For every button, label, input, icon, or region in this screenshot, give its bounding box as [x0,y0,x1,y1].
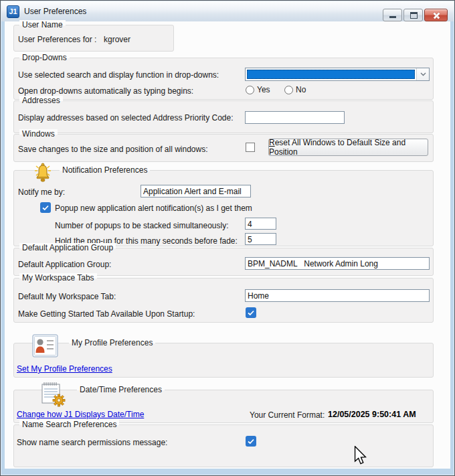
reset-windows-button[interactable]: Reset All Windows to Default Size and Po… [268,139,428,156]
save-window-positions-checkbox[interactable] [246,143,255,152]
search-function-dropdown[interactable] [245,68,430,81]
profile-card-icon [32,334,59,358]
address-priority-input[interactable] [245,111,345,124]
radio-yes[interactable]: Yes [246,85,270,94]
j1-app-icon: J1 [7,5,19,18]
close-button[interactable] [424,9,448,21]
maximize-icon [410,12,418,19]
mouse-cursor [354,446,367,465]
getting-started-checkbox[interactable] [246,307,256,318]
caption-buttons [383,9,448,21]
group-my-workspace-tabs: My Workspace Tabs Default My Workspace T… [13,278,434,323]
getting-started-label: Make Getting Started Tab Available Upon … [18,309,195,319]
reset-windows-button-label: Reset All Windows to Default Size and Po… [269,138,428,157]
auto-open-label: Open drop-downs automatically as typing … [18,86,193,96]
minimize-icon [389,16,396,18]
set-profile-preferences-link[interactable]: Set My Profile Preferences [17,364,112,374]
group-default-application-group: Default Application Group Default Applic… [13,248,434,276]
group-legend-my-profile-preferences: My Profile Preferences [69,338,155,347]
popup-notifications-checkbox[interactable] [40,202,51,213]
popup-hold-input[interactable]: 5 [245,233,276,245]
window-title: User Preferences [24,7,86,16]
radio-no-circle [284,86,293,94]
group-legend-my-workspace-tabs: My Workspace Tabs [19,273,97,283]
save-window-positions-label: Save changes to the size and position of… [18,145,208,154]
group-drop-downs: Drop-Downs Use selected search and displ… [13,58,434,100]
default-application-group-label: Default Application Group: [18,260,111,269]
group-notification-preferences: Notification Preferences Notify me by: A… [13,170,434,246]
group-legend-addresses: Addresses [19,96,63,105]
chevron-down-icon[interactable] [416,68,429,80]
group-legend-datetime-preferences: Date/Time Preferences [77,385,165,394]
default-workspace-tab-label: Default My Workspace Tab: [18,292,116,301]
close-icon [425,9,447,21]
group-legend-drop-downs: Drop-Downs [19,53,70,62]
group-legend-windows: Windows [19,129,58,139]
notify-me-by-label: Notify me by: [18,187,65,197]
minimize-button[interactable] [383,9,402,21]
default-application-group-input[interactable]: BPM_NADML Network Admin Long [245,257,430,270]
group-legend-default-application-group: Default Application Group [19,243,116,252]
radio-no-label: No [296,85,306,94]
popup-stack-label: Number of popups to be stacked simultane… [55,221,228,230]
address-priority-label: Display addresses based on selected Addr… [18,113,234,123]
user-name-value: kgrover [104,35,130,44]
name-search-message-label: Show name search permissions message: [17,438,167,447]
check-icon [248,439,254,445]
current-format-label: Your Current Format: [250,410,325,420]
check-icon [248,310,254,316]
current-format-value: 12/05/2025 9:50:41 AM [328,410,416,419]
user-preferences-for-label: User Preferences for : [18,35,96,44]
bell-icon [33,161,53,183]
notify-me-by-input[interactable]: Application Alert and E-mail [141,185,251,197]
change-datetime-link[interactable]: Change how J1 Displays Date/Time [17,410,144,419]
calendar-gear-icon [39,380,67,408]
check-icon [42,205,49,211]
dropdown-selected-value [247,70,415,79]
radio-yes-circle [246,86,254,94]
radio-no[interactable]: No [284,85,306,94]
search-function-label: Use selected search and display function… [18,70,219,80]
maximize-button[interactable] [403,9,423,21]
popup-notifications-label: Popup new application alert notification… [55,204,252,213]
popup-stack-input[interactable]: 4 [245,218,276,230]
group-legend-user-name: User Name [19,20,66,29]
group-addresses: Addresses Display addresses based on sel… [13,100,434,133]
group-datetime-preferences: Date/Time Preferences Change how J1 Disp… [13,390,434,423]
radio-yes-label: Yes [257,85,270,94]
group-legend-name-search-preferences: Name Search Preferences [19,420,119,429]
group-user-name: User Name User Preferences for : kgrover [13,25,174,52]
dialog-content: User Name User Preferences for : kgrover… [5,21,450,469]
group-windows: Windows Save changes to the size and pos… [13,134,434,162]
name-search-message-checkbox[interactable] [246,436,256,447]
group-legend-notification-preferences: Notification Preferences [60,165,150,175]
group-name-search-preferences: Name Search Preferences Show name search… [13,424,434,467]
user-preferences-window: J1 User Preferences User Name User Prefe… [0,0,455,476]
default-workspace-tab-input[interactable]: Home [245,289,430,302]
group-my-profile-preferences: My Profile Preferences Set My Profile Pr… [13,343,434,378]
